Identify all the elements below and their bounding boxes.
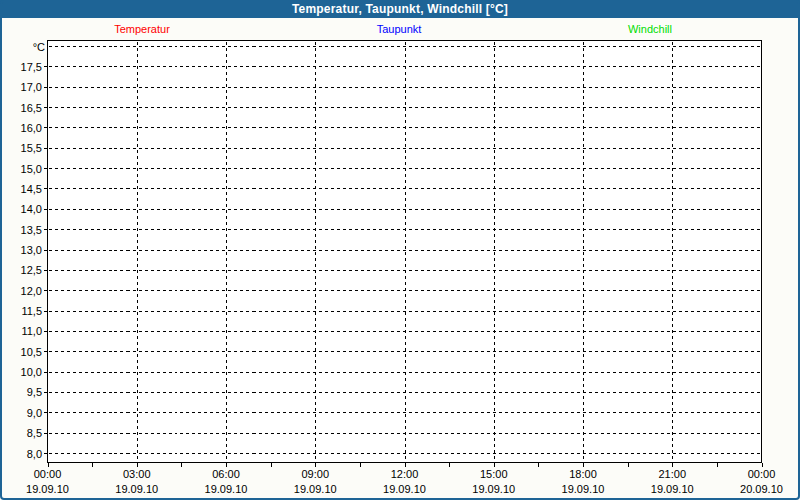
y-tick-label: 11,5 [21, 305, 42, 317]
y-tick-label: 17,5 [21, 61, 42, 73]
y-tick-label: 9,5 [27, 386, 42, 398]
x-tick-date-label: 20.09.10 [740, 483, 783, 495]
y-tick-label: 8,5 [27, 427, 42, 439]
x-tick-date-label: 19.09.10 [383, 483, 426, 495]
x-tick-date-label: 19.09.10 [562, 483, 605, 495]
y-tick-label: 14,0 [21, 203, 42, 215]
y-axis-unit-label: °C [33, 41, 45, 53]
x-tick-time-label: 12:00 [391, 468, 419, 480]
x-tick-time-label: 00:00 [34, 468, 62, 480]
x-tick-date-label: 19.09.10 [205, 483, 248, 495]
y-tick-label: 16,5 [21, 102, 42, 114]
y-tick-label: 10,5 [21, 346, 42, 358]
y-tick-label: 15,5 [21, 142, 42, 154]
weather-chart-window: Temperatur, Taupunkt, Windchill [°C] Tem… [0, 0, 800, 500]
y-tick-label: 12,5 [21, 264, 42, 276]
x-tick-time-label: 15:00 [480, 468, 508, 480]
x-tick-time-label: 09:00 [301, 468, 329, 480]
y-tick-label: 15,0 [21, 163, 42, 175]
x-tick-date-label: 19.09.10 [472, 483, 515, 495]
x-tick-date-label: 19.09.10 [26, 483, 69, 495]
x-tick-time-label: 03:00 [123, 468, 151, 480]
y-tick-label: 13,0 [21, 244, 42, 256]
y-tick-label: 17,0 [21, 81, 42, 93]
plot-canvas: 17,517,016,516,015,515,014,514,013,513,0… [0, 0, 800, 500]
y-tick-label: 10,0 [21, 366, 42, 378]
x-tick-date-label: 19.09.10 [651, 483, 694, 495]
y-tick-label: 13,5 [21, 224, 42, 236]
y-tick-label: 8,0 [27, 448, 42, 460]
x-tick-date-label: 19.09.10 [115, 483, 158, 495]
y-tick-label: 16,0 [21, 122, 42, 134]
x-tick-time-label: 00:00 [748, 468, 776, 480]
y-tick-label: 9,0 [27, 407, 42, 419]
y-tick-label: 14,5 [21, 183, 42, 195]
y-tick-label: 12,0 [21, 285, 42, 297]
y-tick-label: 11,0 [21, 325, 42, 337]
x-tick-time-label: 21:00 [658, 468, 686, 480]
x-tick-time-label: 18:00 [569, 468, 597, 480]
x-tick-date-label: 19.09.10 [294, 483, 337, 495]
plot-area [48, 41, 762, 463]
x-tick-time-label: 06:00 [212, 468, 240, 480]
